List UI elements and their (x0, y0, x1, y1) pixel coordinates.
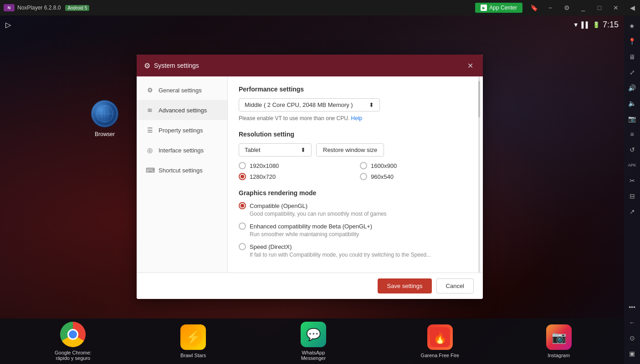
titlebar-logo: N NoxPlayer 6.2.8.0 Android 5 (0, 4, 93, 11)
chrome-app-icon[interactable] (60, 322, 86, 347)
app-center-play-icon (481, 5, 487, 11)
graphics-radio-directx[interactable] (239, 243, 246, 250)
nav-general-label: General settings (159, 87, 202, 94)
resolution-option-1600[interactable]: 1600x900 (360, 162, 472, 169)
window-controls: 🔖 − ⚙ ⎯ □ ✕ ◀ (526, 0, 640, 15)
sidebar-recents-icon[interactable]: ▣ (625, 347, 639, 360)
sidebar-expand2-icon[interactable]: ↗ (625, 205, 639, 218)
sidebar-apk-icon[interactable]: APK (625, 158, 639, 172)
window-close-button[interactable]: ✕ (608, 0, 624, 15)
nav-advanced-settings[interactable]: ≋ Advanced settings (137, 100, 227, 120)
settings-button[interactable]: ⚙ (559, 0, 574, 15)
advanced-settings-icon: ≋ (146, 106, 154, 114)
taskbar-app-chrome[interactable]: Google Chrome: rápido y seguro (52, 322, 93, 361)
window-maximize-button[interactable]: □ (592, 0, 607, 15)
graphics-directx-row[interactable]: Speed (DirectX) (239, 243, 472, 250)
dialog-close-button[interactable]: ✕ (465, 60, 476, 71)
resolution-radio-1920[interactable] (239, 162, 246, 169)
resolution-dropdown[interactable]: Tablet ⬍ (239, 143, 312, 157)
android-topbar: ▷ ▼ ▌▌ 🔋 7:15 (0, 15, 624, 34)
graphics-openglplus-row[interactable]: Enhanced compatibility mode Beta (OpenGL… (239, 222, 472, 230)
sidebar-refresh-icon[interactable]: ↺ (625, 143, 639, 157)
brawl-app-label: Brawl Stars (180, 353, 206, 358)
taskbar-app-garena[interactable]: 🔥 Garena Free Fire (421, 324, 459, 358)
taskbar-app-brawl[interactable]: ⚡ Brawl Stars (180, 324, 206, 358)
graphics-label-opengl: Compatible (OpenGL) (250, 202, 307, 209)
back-button[interactable]: ◀ (625, 0, 640, 15)
svg-point-0 (97, 106, 113, 122)
taskbar-app-whatsapp[interactable]: 💬 WhatsApp Messenger (293, 322, 334, 361)
brawl-app-icon[interactable]: ⚡ (180, 324, 206, 350)
graphics-radio-openglplus[interactable] (239, 222, 246, 230)
sidebar-more-icon[interactable]: ••• (625, 300, 639, 314)
performance-dropdown-arrow: ⬍ (369, 101, 374, 108)
sidebar-volume-down-icon[interactable]: 🔈 (625, 96, 639, 110)
performance-section-title: Performance settings (239, 86, 472, 93)
graphics-opengl-row[interactable]: Compatible (OpenGL) (239, 202, 472, 209)
resolution-option-960[interactable]: 960x540 (360, 173, 472, 180)
interface-settings-icon: ◎ (146, 147, 154, 154)
wifi-icon: ▼ (573, 21, 579, 28)
window-minimize-button[interactable]: ⎯ (575, 0, 591, 15)
taskbar: Google Chrome: rápido y seguro ⚡ Brawl S… (0, 318, 624, 364)
performance-hint: Please enable VT to use more than one CP… (239, 115, 472, 121)
right-sidebar: ★ 📍 🖥 ⤢ 🔊 🔈 📷 ≡ ↺ APK ✂ ⊟ ↗ ••• ← ⊙ ▣ (624, 15, 640, 364)
browser-desktop-icon[interactable]: Browser (91, 100, 118, 137)
resolution-option-1280[interactable]: 1280x720 (239, 173, 351, 180)
nav-interface-settings[interactable]: ◎ Interface settings (137, 140, 227, 160)
app-center-button[interactable]: App Center (475, 3, 522, 13)
sidebar-back-icon[interactable]: ← (625, 316, 639, 329)
sidebar-star-icon[interactable]: ★ (625, 19, 639, 33)
nav-general-settings[interactable]: ⚙ General settings (137, 80, 227, 100)
graphics-label-directx: Speed (DirectX) (250, 243, 292, 250)
save-settings-button[interactable]: Save settings (378, 278, 431, 293)
sidebar-cut-icon[interactable]: ✂ (625, 174, 639, 187)
resolution-radio-1280[interactable] (239, 173, 246, 180)
nav-shortcut-label: Shortcut settings (159, 167, 203, 174)
nav-property-label: Property settings (159, 127, 203, 134)
graphics-section-title: Graphics rendering mode (239, 189, 472, 197)
sidebar-layers-icon[interactable]: ≡ (625, 127, 639, 141)
whatsapp-app-icon[interactable]: 💬 (301, 322, 326, 347)
sidebar-display-icon[interactable]: 🖥 (625, 50, 639, 64)
sidebar-volume-up-icon[interactable]: 🔊 (625, 81, 639, 95)
performance-dropdown[interactable]: Middle ( 2 Core CPU, 2048 MB Memory ) ⬍ (239, 98, 380, 111)
resolution-label-1280: 1280x720 (250, 173, 276, 180)
resolution-option-1920[interactable]: 1920x1080 (239, 162, 351, 169)
play-button[interactable]: ▷ (5, 20, 11, 29)
nav-shortcut-settings[interactable]: ⌨ Shortcut settings (137, 160, 227, 180)
minimize-button[interactable]: − (543, 0, 558, 15)
resolution-radio-1600[interactable] (360, 162, 367, 169)
whatsapp-app-label: WhatsApp Messenger (293, 350, 334, 361)
sidebar-expand-icon[interactable]: ⤢ (625, 66, 639, 79)
nav-property-settings[interactable]: ☰ Property settings (137, 120, 227, 140)
bookmark-button[interactable]: 🔖 (526, 0, 542, 15)
sidebar-location-icon[interactable]: 📍 (625, 35, 639, 48)
nox-logo-icon: N (4, 4, 15, 11)
dialog-settings-icon: ⚙ (144, 61, 150, 70)
resolution-dropdown-arrow: ⬍ (301, 147, 306, 153)
instagram-app-label: Instagram (548, 353, 570, 358)
dialog-body: ⚙ General settings ≋ Advanced settings ☰… (137, 76, 483, 273)
dialog-title: System settings (154, 62, 461, 69)
signal-icon: ▌▌ (582, 21, 590, 28)
graphics-label-openglplus: Enhanced compatibility mode Beta (OpenGL… (250, 223, 372, 230)
graphics-radio-opengl[interactable] (239, 202, 246, 209)
cancel-button[interactable]: Cancel (436, 278, 474, 293)
scroll-thumb[interactable] (478, 81, 480, 117)
taskbar-app-instagram[interactable]: 📷 Instagram (546, 324, 572, 358)
resolution-label-1600: 1600x900 (371, 162, 397, 169)
garena-app-icon[interactable]: 🔥 (427, 324, 453, 350)
instagram-app-icon[interactable]: 📷 (546, 324, 572, 350)
resolution-radio-960[interactable] (360, 173, 367, 180)
dialog-content: Performance settings Middle ( 2 Core CPU… (228, 76, 483, 273)
graphics-hint-directx: If fail to run with Compatibility mode, … (250, 252, 472, 258)
sidebar-multiwindow-icon[interactable]: ⊟ (625, 189, 639, 203)
garena-app-label: Garena Free Fire (421, 353, 459, 358)
restore-window-size-button[interactable]: Restore window size (316, 143, 384, 157)
vt-help-link[interactable]: Help (351, 115, 363, 121)
scroll-indicator[interactable] (478, 76, 480, 273)
sidebar-camera-icon[interactable]: 📷 (625, 112, 639, 126)
sidebar-home-icon[interactable]: ⊙ (625, 331, 639, 345)
browser-label: Browser (95, 131, 115, 137)
